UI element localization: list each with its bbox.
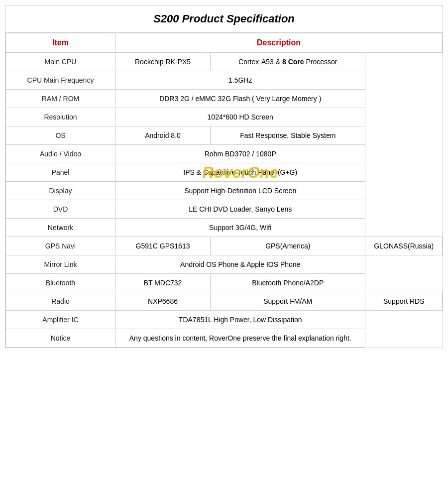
table-row: PanelIPS & Capacitive Touch Panel (G+G)R… [6,163,443,182]
table-row: Resolution1024*600 HD Screen [6,108,443,126]
row-desc-10-1: GPS(America) [211,237,365,255]
row-desc-10-2: GLONASS(Russia) [365,237,443,255]
table-row: Audio / VideoRohm BD3702 / 1080P [6,145,443,163]
table-row: Amplifier ICTDA7851L High Power, Low Dis… [6,311,443,329]
spec-container: S200 Product Specification Item Descript… [5,5,443,348]
row-desc-6-0: IPS & Capacitive Touch Panel (G+G)RoverO… [115,163,365,182]
row-desc-2-0: DDR3 2G / eMMC 32G Flash ( Very Large Mo… [115,90,365,108]
table-row: DisplaySupport High-Definition LCD Scree… [6,182,443,200]
table-row: OSAndroid 8.0Fast Response, Stable Syste… [6,126,443,145]
row-item-5: Audio / Video [6,145,115,163]
row-desc-13-0: NXP6686 [115,292,211,311]
row-item-14: Amplifier IC [6,311,115,329]
row-desc-1-0: 1.5GHz [115,71,365,90]
row-item-7: Display [6,182,115,200]
table-row: GPS NaviG591C GPS1613GPS(America)GLONASS… [6,237,443,255]
row-desc-9-0: Support 3G/4G, Wifi [115,219,365,237]
row-desc-3-0: 1024*600 HD Screen [115,108,365,126]
table-row: CPU Main Frequency1.5GHz [6,71,443,90]
row-item-1: CPU Main Frequency [6,71,115,90]
table-row: NetworkSupport 3G/4G, Wifi [6,219,443,237]
row-desc-12-1: Bluetooth Phone/A2DP [211,274,365,292]
row-item-15: Notice [6,329,115,348]
panel-text: IPS & Capacitive Touch Panel (G+G) [121,168,359,176]
row-desc-0-1: Cortex-A53 & 8 Core Processor [211,53,365,71]
row-desc-13-2: Support RDS [365,292,443,311]
row-desc-8-0: LE CHI DVD Loader, Sanyo Lens [115,200,365,219]
row-item-13: Radio [6,292,115,311]
table-row: NoticeAny questions in content, RoverOne… [6,329,443,348]
text-after: Processor [304,58,337,66]
row-item-3: Resolution [6,108,115,126]
row-desc-15-0: Any questions in content, RoverOne prese… [115,329,365,348]
row-desc-0-0: Rockchip RK-PX5 [115,53,211,71]
row-item-4: OS [6,126,115,145]
row-desc-13-1: Support FM/AM [211,292,365,311]
table-header: Item Description [6,33,443,53]
table-row: RadioNXP6686Support FM/AMSupport RDS [6,292,443,311]
row-desc-5-0: Rohm BD3702 / 1080P [115,145,365,163]
row-desc-12-0: BT MDC732 [115,274,211,292]
text-normal: Cortex-A53 & [238,58,282,66]
row-item-11: Mirror Link [6,255,115,274]
row-desc-14-0: TDA7851L High Power, Low Dissipation [115,311,365,329]
spec-title: S200 Product Specification [5,5,443,33]
row-desc-10-0: G591C GPS1613 [115,237,211,255]
row-item-6: Panel [6,163,115,182]
row-desc-7-0: Support High-Definition LCD Screen [115,182,365,200]
row-item-12: Bluetooth [6,274,115,292]
row-item-8: DVD [6,200,115,219]
row-desc-4-1: Fast Response, Stable System [211,126,365,145]
row-desc-11-0: Android OS Phone & Apple IOS Phone [115,255,365,274]
table-row: RAM / ROMDDR3 2G / eMMC 32G Flash ( Very… [6,90,443,108]
table-row: Main CPURockchip RK-PX5Cortex-A53 & 8 Co… [6,53,443,71]
table-row: Mirror LinkAndroid OS Phone & Apple IOS … [6,255,443,274]
text-bold: 8 Core [282,58,304,66]
row-item-2: RAM / ROM [6,90,115,108]
header-description: Description [115,33,443,53]
row-item-0: Main CPU [6,53,115,71]
row-desc-4-0: Android 8.0 [115,126,211,145]
spec-table: Item Description Main CPURockchip RK-PX5… [5,33,443,348]
table-row: BluetoothBT MDC732Bluetooth Phone/A2DP [6,274,443,292]
row-item-9: Network [6,219,115,237]
header-item: Item [6,33,115,53]
table-row: DVDLE CHI DVD Loader, Sanyo Lens [6,200,443,219]
row-item-10: GPS Navi [6,237,115,255]
